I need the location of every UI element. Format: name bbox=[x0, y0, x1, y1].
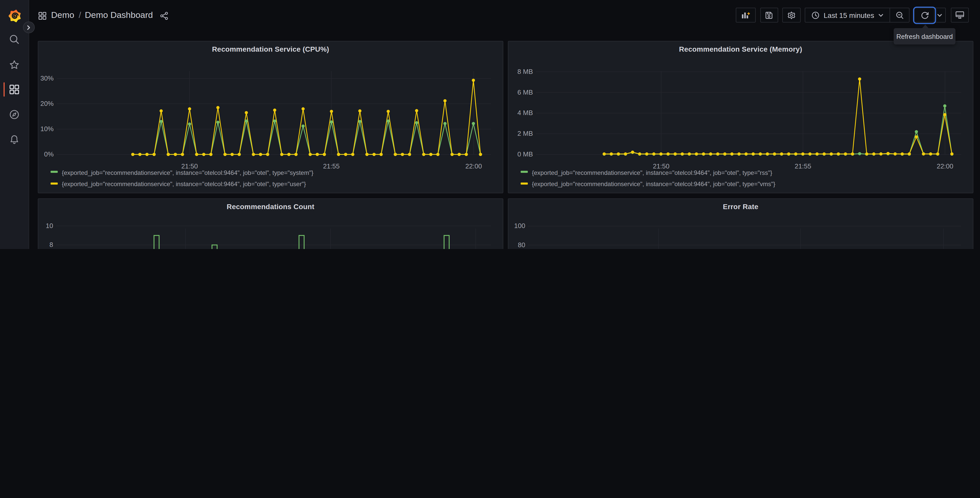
svg-text:2 MB: 2 MB bbox=[517, 129, 533, 137]
svg-text:0%: 0% bbox=[44, 150, 54, 158]
svg-text:8 MB: 8 MB bbox=[517, 68, 533, 75]
svg-text:30%: 30% bbox=[40, 74, 54, 82]
svg-text:8: 8 bbox=[49, 241, 53, 249]
svg-text:80: 80 bbox=[518, 241, 525, 249]
svg-text:20%: 20% bbox=[40, 100, 54, 107]
svg-text:100: 100 bbox=[514, 222, 525, 230]
svg-text:10%: 10% bbox=[40, 125, 54, 132]
svg-text:6 MB: 6 MB bbox=[517, 88, 533, 96]
svg-text:10: 10 bbox=[46, 222, 53, 230]
svg-text:4 MB: 4 MB bbox=[517, 109, 533, 117]
svg-text:0 MB: 0 MB bbox=[517, 150, 533, 158]
